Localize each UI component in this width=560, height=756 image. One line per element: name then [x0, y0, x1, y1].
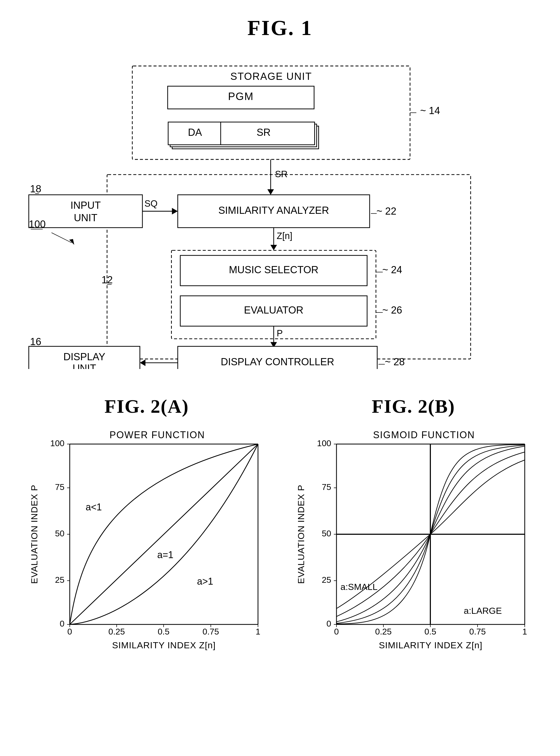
fig1-title: FIG. 1 [21, 16, 539, 40]
svg-text:~ 24: ~ 24 [382, 264, 402, 275]
svg-marker-50 [140, 360, 145, 366]
fig2a-chart-area: POWER FUNCTION 0 25 [21, 428, 272, 656]
svg-text:0: 0 [326, 619, 331, 628]
svg-text:SQ: SQ [144, 198, 158, 209]
fig2a-chart-svg: POWER FUNCTION 0 25 [21, 428, 272, 656]
svg-text:DISPLAY CONTROLLER: DISPLAY CONTROLLER [221, 356, 334, 367]
svg-text:SR: SR [275, 169, 288, 179]
svg-text:SIMILARITY INDEX Z[n]: SIMILARITY INDEX Z[n] [112, 640, 216, 650]
svg-text:0.5: 0.5 [424, 627, 436, 636]
svg-text:25: 25 [322, 575, 331, 585]
svg-text:P: P [277, 328, 283, 338]
svg-text:0.5: 0.5 [158, 627, 169, 636]
fig2b-container: FIG. 2(B) SIGMOID FUNCTION 0 25 [288, 395, 539, 656]
svg-rect-4 [172, 126, 318, 149]
svg-text:EVALUATOR: EVALUATOR [244, 305, 303, 316]
svg-rect-16 [29, 195, 142, 228]
fig2a-container: FIG. 2(A) POWER FUNCTION [21, 395, 272, 656]
fig2a-title: FIG. 2(A) [21, 395, 272, 418]
svg-text:PGM: PGM [228, 91, 254, 102]
svg-marker-13 [267, 189, 274, 195]
svg-rect-2 [167, 86, 314, 109]
svg-rect-6 [168, 122, 315, 145]
svg-text:~ 28: ~ 28 [385, 356, 405, 367]
svg-text:0: 0 [334, 627, 339, 636]
svg-text:UNIT: UNIT [73, 363, 96, 369]
fig2b-chart-area: SIGMOID FUNCTION 0 25 50 75 [288, 428, 539, 656]
svg-rect-32 [180, 255, 367, 286]
svg-text:a>1: a>1 [197, 576, 213, 587]
svg-text:SIGMOID FUNCTION: SIGMOID FUNCTION [373, 429, 475, 440]
svg-rect-51 [29, 346, 140, 369]
svg-text:100: 100 [51, 439, 64, 448]
svg-text:12: 12 [102, 274, 113, 286]
svg-marker-22 [172, 208, 178, 215]
svg-rect-24 [178, 195, 369, 228]
svg-text:UNIT: UNIT [74, 212, 97, 224]
svg-text:a<1: a<1 [86, 502, 102, 512]
svg-text:75: 75 [55, 482, 64, 492]
svg-text:0.25: 0.25 [375, 627, 392, 636]
svg-text:a:LARGE: a:LARGE [464, 606, 502, 616]
svg-text:0: 0 [60, 619, 64, 628]
svg-text:MUSIC SELECTOR: MUSIC SELECTOR [229, 264, 318, 275]
svg-text:0: 0 [67, 627, 72, 636]
svg-text:50: 50 [55, 529, 64, 538]
svg-text:100: 100 [317, 439, 331, 448]
svg-text:~ 14: ~ 14 [420, 105, 440, 116]
svg-text:18: 18 [30, 183, 41, 194]
svg-text:25: 25 [55, 575, 64, 585]
svg-text:DISPLAY: DISPLAY [63, 351, 105, 362]
fig2b-title: FIG. 2(B) [288, 395, 539, 418]
svg-text:SR: SR [257, 127, 271, 138]
svg-text:EVALUATION INDEX P: EVALUATION INDEX P [296, 485, 306, 584]
diagram-svg: STORAGE UNIT PGM DA SR ~ 14 SR INPUT [21, 56, 539, 369]
svg-marker-29 [271, 245, 277, 250]
svg-marker-59 [69, 239, 74, 245]
svg-text:STORAGE UNIT: STORAGE UNIT [231, 71, 312, 82]
svg-text:EVALUATION INDEX P: EVALUATION INDEX P [29, 485, 39, 584]
svg-text:SIMILARITY INDEX Z[n]: SIMILARITY INDEX Z[n] [379, 640, 483, 650]
svg-text:0.75: 0.75 [469, 627, 486, 636]
svg-text:0.25: 0.25 [108, 627, 125, 636]
svg-text:Z[n]: Z[n] [277, 231, 293, 241]
svg-text:50: 50 [322, 529, 331, 538]
diagram-area: STORAGE UNIT PGM DA SR ~ 14 SR INPUT [21, 56, 539, 369]
svg-text:1: 1 [522, 627, 527, 636]
svg-marker-43 [271, 342, 277, 348]
svg-rect-45 [178, 346, 377, 369]
svg-text:DA: DA [188, 127, 202, 138]
svg-text:16: 16 [30, 336, 41, 347]
svg-text:SIMILARITY ANALYZER: SIMILARITY ANALYZER [218, 205, 329, 216]
svg-rect-31 [172, 250, 376, 339]
svg-text:100: 100 [29, 218, 46, 230]
svg-text:1: 1 [256, 627, 260, 636]
bottom-section: FIG. 2(A) POWER FUNCTION [21, 395, 539, 656]
svg-text:a=1: a=1 [157, 549, 174, 560]
svg-rect-15 [107, 175, 471, 359]
svg-text:0.75: 0.75 [203, 627, 219, 636]
svg-text:~ 22: ~ 22 [377, 206, 396, 217]
svg-text:75: 75 [322, 482, 331, 492]
svg-line-58 [52, 233, 72, 243]
svg-text:INPUT: INPUT [71, 200, 101, 211]
svg-rect-0 [132, 66, 410, 159]
page-container: FIG. 1 STORAGE UNIT PGM DA SR ~ 14 S [0, 0, 560, 756]
svg-rect-36 [180, 296, 367, 326]
svg-text:POWER FUNCTION: POWER FUNCTION [109, 429, 205, 440]
svg-rect-5 [170, 124, 317, 147]
fig2b-chart-svg: SIGMOID FUNCTION 0 25 50 75 [288, 428, 539, 656]
svg-text:~ 26: ~ 26 [382, 305, 402, 316]
svg-text:a:SMALL: a:SMALL [340, 582, 378, 592]
